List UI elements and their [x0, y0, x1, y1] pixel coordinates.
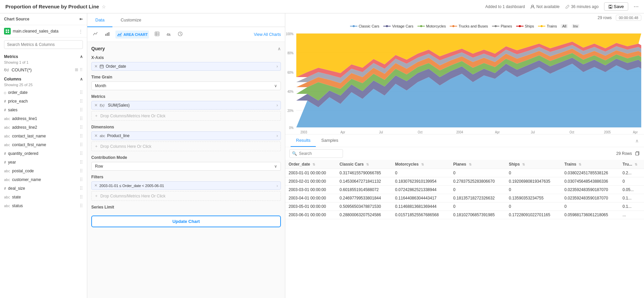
drag-handle[interactable]: ⠿: [80, 142, 83, 147]
svg-rect-56: [636, 152, 639, 155]
drag-handle[interactable]: ⠿: [80, 133, 83, 139]
xaxis-pill-left: ✕ Order_date: [94, 64, 126, 69]
col-order-date[interactable]: Order_date ⇅: [285, 160, 336, 169]
svg-text:40%: 40%: [288, 90, 294, 94]
col-motorcycles[interactable]: Motorcycles ⇅: [392, 160, 450, 169]
filter-pill-arrow[interactable]: ›: [277, 184, 278, 188]
legend-item-classic-cars[interactable]: Classic Cars: [350, 24, 380, 28]
drag-handle[interactable]: ⠿: [80, 194, 83, 200]
col-ships[interactable]: Ships ⇅: [505, 160, 561, 169]
drag-handle[interactable]: ⠿: [80, 203, 83, 208]
drag-handle[interactable]: ⠿: [80, 125, 83, 130]
line-chart-icon[interactable]: [91, 30, 99, 39]
tab-customize[interactable]: Customize: [112, 13, 149, 27]
column-item-quantity_ordered[interactable]: #quantity_ordered⠿: [0, 149, 87, 158]
metrics-pill-close[interactable]: ✕: [94, 103, 98, 108]
metrics-pill-arrow[interactable]: ›: [277, 103, 278, 108]
collapse-left-icon[interactable]: ⇤: [80, 17, 83, 21]
results-collapse-icon[interactable]: ∧: [635, 138, 639, 143]
xaxis-pill-close[interactable]: ✕: [94, 64, 98, 69]
metrics-pill[interactable]: ✕ f(x) SUM(Sales) ›: [91, 101, 281, 110]
column-item-deal_size[interactable]: #deal_size⠿: [0, 184, 87, 193]
view-all-charts-link[interactable]: View All Charts: [254, 32, 281, 37]
column-item-customer_name[interactable]: abccustomer_name⠿: [0, 175, 87, 184]
drag-handle[interactable]: ⠿: [80, 177, 83, 182]
col-planes[interactable]: Planes ⇅: [450, 160, 506, 169]
xaxis-pill-arrow[interactable]: ›: [277, 64, 278, 69]
drag-handle[interactable]: ⠿: [80, 186, 83, 191]
column-item-contact_last_name[interactable]: abccontact_last_name⠿: [0, 132, 87, 140]
column-item-address_line2[interactable]: abcaddress_line2⠿: [0, 123, 87, 132]
filters-label: Filters: [91, 175, 281, 179]
datasource-more-icon[interactable]: ⋮: [79, 29, 83, 34]
save-button[interactable]: Save: [604, 2, 628, 11]
legend-item-motorcycles[interactable]: Motorcycles: [417, 24, 446, 28]
column-item-order_date[interactable]: ○order_date⠿: [0, 88, 87, 97]
results-search-input[interactable]: [289, 149, 343, 158]
columns-collapse-icon[interactable]: ∧: [80, 77, 83, 81]
grid-icon: [5, 29, 9, 33]
drag-handle[interactable]: ⠿: [80, 160, 83, 165]
clock-icon[interactable]: [176, 30, 184, 39]
col-trains[interactable]: Trains ⇅: [561, 160, 619, 169]
table-cell: 0: [392, 169, 450, 177]
drag-handle[interactable]: ⠿: [80, 168, 83, 174]
legend-item-trains[interactable]: Trains: [538, 24, 557, 28]
drag-handle[interactable]: ⠿: [80, 116, 83, 121]
dimensions-pill-arrow[interactable]: ›: [277, 133, 278, 138]
inv-badge[interactable]: Inv: [572, 24, 580, 28]
query-collapse-icon[interactable]: ∧: [278, 46, 281, 51]
drag-handle[interactable]: ⠿: [80, 90, 83, 95]
legend-item-trucks[interactable]: Trucks and Buses: [450, 24, 488, 28]
legend-item-vintage-cars[interactable]: Vintage Cars: [383, 24, 413, 28]
metrics-edit-icon[interactable]: ⊞: [75, 67, 78, 72]
column-item-state[interactable]: abcstate⠿: [0, 193, 87, 201]
col-classic-cars[interactable]: Classic Cars ⇅: [336, 160, 392, 169]
dimensions-pill[interactable]: ✕ abc Product_line ›: [91, 131, 281, 140]
table-cell: 0.015718525567686568: [392, 211, 450, 219]
drag-handle[interactable]: ⠿: [80, 151, 83, 156]
filters-drop-zone[interactable]: ＋ Drop Columns/Metrics Here Or Click: [91, 191, 281, 201]
copy-icon[interactable]: [635, 151, 640, 156]
filter-pill-close[interactable]: ✕: [94, 183, 97, 188]
drag-handle[interactable]: ⠿: [80, 99, 83, 104]
metrics-drop-zone[interactable]: ＋ Drop Columns/Metrics Here Or Click: [91, 111, 281, 121]
table-icon[interactable]: [153, 30, 161, 39]
contribution-select[interactable]: Row ∨: [91, 162, 281, 171]
col-trucks[interactable]: Tru... ⇅: [619, 160, 644, 169]
column-item-price_each[interactable]: #price_each⠿: [0, 97, 87, 106]
star-icon[interactable]: ☆: [102, 4, 106, 9]
column-item-year[interactable]: #year⠿: [0, 158, 87, 167]
all-badge[interactable]: All: [561, 24, 567, 28]
tab-data[interactable]: Data: [87, 13, 112, 27]
tab-results[interactable]: Results: [291, 134, 316, 147]
time-grain-select[interactable]: Month ∨: [91, 81, 281, 90]
table-cell: 2003-02-01 00:00:00: [285, 177, 336, 186]
column-item-contact_first_name[interactable]: abccontact_first_name⠿: [0, 140, 87, 149]
results-area: Results Samples ∧ 🔍 29 Rows: [285, 134, 644, 298]
metrics-drag-icon[interactable]: ⠿: [80, 67, 83, 72]
update-chart-button[interactable]: Update Chart: [91, 216, 281, 227]
drag-handle[interactable]: ⠿: [80, 107, 83, 113]
dimensions-drop-zone[interactable]: ＋ Drop Columns Here Or Click: [91, 141, 281, 151]
column-item-postal_code[interactable]: abcpostal_code⠿: [0, 167, 87, 175]
column-item-address_line1[interactable]: abcaddress_line1⠿: [0, 114, 87, 123]
metrics-value[interactable]: COUNT(*): [11, 67, 32, 72]
column-item-sales[interactable]: #sales⠿: [0, 106, 87, 114]
search-input[interactable]: [4, 40, 83, 49]
dimensions-pill-close[interactable]: ✕: [94, 133, 98, 138]
metrics-collapse-icon[interactable]: ∧: [80, 54, 83, 59]
4k-label[interactable]: 4k: [165, 31, 172, 38]
tab-samples[interactable]: Samples: [316, 134, 344, 147]
xaxis-pill[interactable]: ✕ Order_date ›: [91, 62, 281, 71]
more-options-icon[interactable]: ···: [634, 3, 639, 10]
datasource-label[interactable]: main.cleaned_sales_data: [13, 29, 58, 34]
area-chart-button[interactable]: AREA CHART: [115, 31, 149, 39]
col-name: contact_first_name: [12, 142, 80, 147]
legend-item-planes[interactable]: Planes: [492, 24, 512, 28]
legend-item-ships[interactable]: Ships: [516, 24, 534, 28]
filter-pill[interactable]: ✕ 2003-01-01 ≤ Order_date < 2005-06-01 ›: [91, 181, 281, 190]
table-cell: 0: [505, 169, 561, 177]
column-item-status[interactable]: abcstatus⠿: [0, 201, 87, 210]
bar-chart-icon[interactable]: [103, 30, 111, 39]
